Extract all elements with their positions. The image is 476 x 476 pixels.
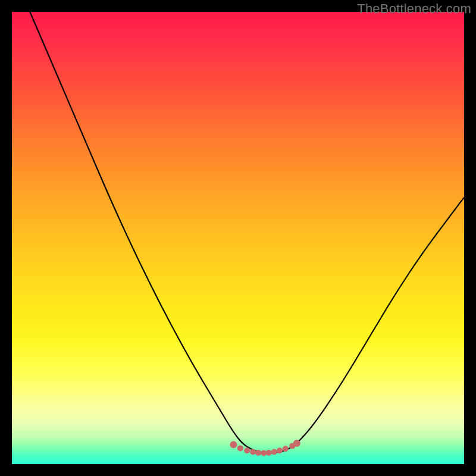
valley-dot	[266, 450, 272, 456]
bottleneck-curve	[30, 12, 464, 453]
valley-dot	[293, 440, 300, 447]
valley-dot	[271, 449, 277, 455]
valley-dot	[244, 447, 250, 453]
chart-svg	[12, 12, 464, 464]
valley-dot	[230, 441, 237, 448]
valley-dot	[277, 447, 283, 453]
chart-frame: TheBottleneck.com	[0, 0, 476, 476]
valley-dot	[255, 450, 261, 456]
watermark-text: TheBottleneck.com	[357, 1, 471, 17]
plot-area	[12, 12, 464, 464]
valley-dot	[237, 445, 243, 451]
valley-dot	[283, 446, 289, 452]
valley-dot	[250, 449, 256, 455]
